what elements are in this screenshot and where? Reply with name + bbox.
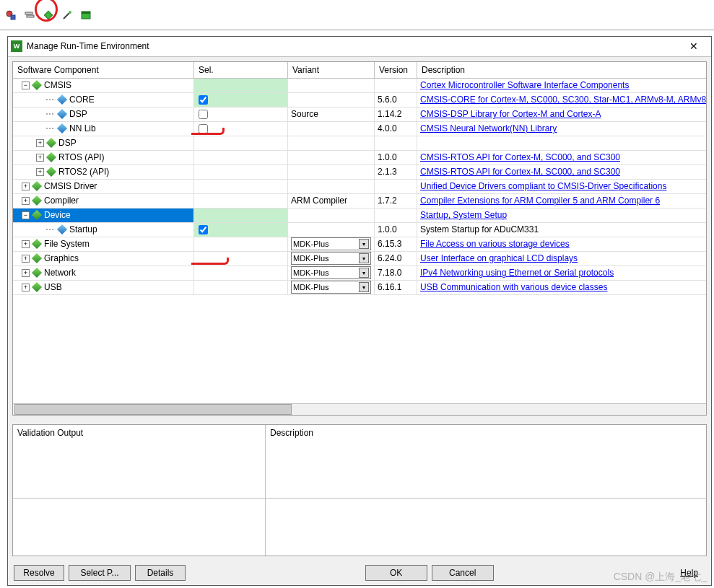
variant-cell[interactable]: MDK-Plus▾ [288,281,375,294]
validation-desc-body[interactable] [266,499,706,556]
close-button[interactable]: ✕ [679,38,708,54]
horizontal-scrollbar[interactable] [13,403,706,415]
grid-body[interactable]: −CMSISCortex Microcontroller Software In… [13,79,706,403]
toolbar-wand-icon[interactable] [59,7,75,23]
table-row[interactable]: ⋯DSPSource1.14.2CMSIS-DSP Library for Co… [13,107,706,122]
tree-cell[interactable]: +Graphics [13,252,194,266]
table-row[interactable]: −DeviceStartup, System Setup [13,209,706,223]
description-link[interactable]: CMSIS Neural Network(NN) Library [420,123,557,133]
tree-toggle[interactable]: + [22,197,30,205]
description-cell[interactable]: Startup, System Setup [417,209,706,222]
variant-cell[interactable]: MDK-Plus▾ [288,237,375,251]
tree-toggle[interactable]: − [22,82,30,89]
description-link[interactable]: Startup, System Setup [420,210,507,220]
tree-cell[interactable]: +RTOS (API) [13,151,194,164]
chevron-down-icon[interactable]: ▾ [359,282,369,292]
toolbar-window-green-icon[interactable] [78,7,94,23]
select-packs-button[interactable]: Select P... [69,565,131,581]
tree-cell[interactable]: −CMSIS [13,79,194,92]
description-link[interactable]: Compiler Extensions for ARM Compiler 5 a… [420,196,660,206]
tree-toggle[interactable]: + [22,240,30,248]
variant-dropdown[interactable]: MDK-Plus▾ [291,281,371,294]
sel-cell[interactable] [194,180,288,193]
table-row[interactable]: −CMSISCortex Microcontroller Software In… [13,79,706,93]
table-row[interactable]: +GraphicsMDK-Plus▾6.24.0User Interface o… [13,252,706,266]
description-cell[interactable]: CMSIS-RTOS API for Cortex-M, SC000, and … [417,165,706,179]
variant-dropdown[interactable]: MDK-Plus▾ [291,266,371,279]
sel-cell[interactable] [194,136,288,150]
description-link[interactable]: Unified Device Drivers compliant to CMSI… [420,181,666,191]
description-cell[interactable]: CMSIS Neural Network(NN) Library [417,122,706,136]
variant-cell[interactable]: MDK-Plus▾ [288,266,375,280]
description-cell[interactable]: Cortex Microcontroller Software Interfac… [417,79,706,92]
description-cell[interactable]: CMSIS-RTOS API for Cortex-M, SC000, and … [417,151,706,164]
ok-button[interactable]: OK [365,565,427,581]
sel-cell[interactable] [194,266,288,280]
description-link[interactable]: CMSIS-RTOS API for Cortex-M, SC000, and … [420,152,620,162]
chevron-down-icon[interactable]: ▾ [359,253,369,263]
description-cell[interactable]: File Access on various storage devices [417,237,706,251]
validation-body[interactable] [13,499,266,556]
table-row[interactable]: +File SystemMDK-Plus▾6.15.3File Access o… [13,237,706,252]
tree-cell[interactable]: ⋯DSP [13,107,194,121]
tree-cell[interactable]: ⋯Startup [13,223,194,237]
tree-cell[interactable]: +Compiler [13,194,194,208]
table-row[interactable]: +CMSIS DriverUnified Device Drivers comp… [13,180,706,194]
sel-cell[interactable] [194,194,288,208]
sel-cell[interactable] [194,151,288,164]
tree-toggle[interactable]: + [22,269,30,277]
tree-cell[interactable]: ⋯NN Lib [13,122,194,136]
toolbar-stack-icon[interactable] [22,7,38,23]
sel-cell[interactable] [194,209,288,222]
description-cell[interactable]: User Interface on graphical LCD displays [417,252,706,266]
sel-cell[interactable] [194,237,288,251]
tree-toggle[interactable]: + [36,154,44,162]
sel-cell[interactable] [194,165,288,179]
description-cell[interactable]: Compiler Extensions for ARM Compiler 5 a… [417,194,706,208]
tree-toggle[interactable]: + [36,139,44,147]
table-row[interactable]: ⋯NN Lib4.0.0CMSIS Neural Network(NN) Lib… [13,122,706,136]
tree-cell[interactable]: +CMSIS Driver [13,180,194,193]
tree-toggle[interactable]: − [22,211,30,219]
description-link[interactable]: File Access on various storage devices [420,239,570,249]
sel-checkbox[interactable] [199,124,208,133]
description-cell[interactable]: Unified Device Drivers compliant to CMSI… [417,180,706,193]
sel-cell[interactable] [194,79,288,92]
col-description[interactable]: Description [417,62,706,78]
chevron-down-icon[interactable]: ▾ [359,239,369,249]
details-button[interactable]: Details [135,565,186,581]
table-row[interactable]: ⋯CORE5.6.0CMSIS-CORE for Cortex-M, SC000… [13,93,706,107]
tree-toggle[interactable]: + [22,183,30,190]
table-row[interactable]: ⋯Startup1.0.0System Startup for ADuCM331 [13,223,706,237]
help-button[interactable]: Help [673,565,705,581]
sel-cell[interactable] [194,223,288,237]
sel-checkbox[interactable] [199,95,208,105]
chevron-down-icon[interactable]: ▾ [359,268,369,278]
tree-cell[interactable]: −Device [13,209,194,222]
tree-toggle[interactable]: + [22,284,30,291]
sel-cell[interactable] [194,281,288,294]
table-row[interactable]: +USBMDK-Plus▾6.16.1USB Communication wit… [13,281,706,295]
description-cell[interactable]: CMSIS-DSP Library for Cortex-M and Corte… [417,107,706,121]
sel-cell[interactable] [194,107,288,121]
table-row[interactable]: +RTOS2 (API)2.1.3CMSIS-RTOS API for Cort… [13,165,706,180]
variant-cell[interactable]: MDK-Plus▾ [288,252,375,266]
cancel-button[interactable]: Cancel [432,565,494,581]
toolbar-target-icon[interactable] [3,7,19,23]
col-variant[interactable]: Variant [288,62,375,78]
description-link[interactable]: IPv4 Networking using Ethernet or Serial… [420,268,614,278]
sel-cell[interactable] [194,122,288,136]
tree-cell[interactable]: +File System [13,237,194,251]
table-row[interactable]: +DSP [13,136,706,151]
description-link[interactable]: USB Communication with various device cl… [420,282,607,292]
description-cell[interactable]: IPv4 Networking using Ethernet or Serial… [417,266,706,280]
description-link[interactable]: CMSIS-RTOS API for Cortex-M, SC000, and … [420,167,620,177]
sel-cell[interactable] [194,252,288,266]
resolve-button[interactable]: Resolve [14,565,64,581]
table-row[interactable]: +RTOS (API)1.0.0CMSIS-RTOS API for Corte… [13,151,706,165]
tree-cell[interactable]: +DSP [13,136,194,150]
description-link[interactable]: Cortex Microcontroller Software Interfac… [420,80,629,90]
tree-cell[interactable]: ⋯CORE [13,93,194,107]
toolbar-diamond-green-icon[interactable] [40,7,56,23]
variant-dropdown[interactable]: MDK-Plus▾ [291,252,371,265]
